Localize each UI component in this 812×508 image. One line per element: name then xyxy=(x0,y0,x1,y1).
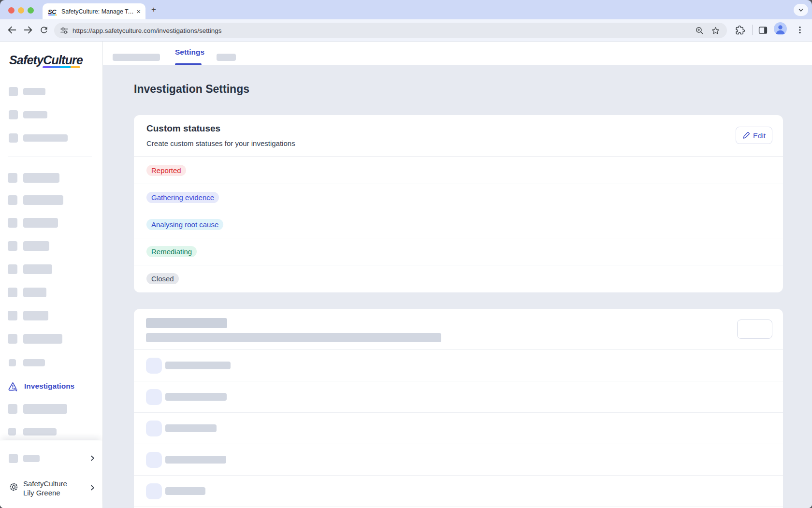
url-bar[interactable]: https://app.safetyculture.com/investigat… xyxy=(54,23,727,38)
status-badge: Analysing root cause xyxy=(146,219,223,230)
skeleton-icon xyxy=(9,110,18,119)
skeleton-icon xyxy=(9,87,18,96)
skeleton-tile xyxy=(146,483,162,499)
skeleton-bar xyxy=(23,264,52,274)
status-badge: Closed xyxy=(146,273,179,284)
skeleton-row xyxy=(134,413,783,444)
profile-avatar[interactable] xyxy=(774,22,787,35)
skeleton-tile xyxy=(146,421,162,436)
skeleton-icon xyxy=(8,428,16,435)
skeleton-row xyxy=(134,476,783,507)
chevron-right-icon[interactable] xyxy=(89,455,96,462)
sidebar-divider xyxy=(8,157,92,157)
skeleton-tab xyxy=(113,54,160,61)
person-icon xyxy=(774,22,787,35)
browser-window: SC SafetyCulture: Manage Teams and... × … xyxy=(0,0,812,508)
skeleton-icon xyxy=(8,264,17,274)
safetyculture-logo[interactable]: SafetyCulture xyxy=(9,53,83,70)
investigations-icon xyxy=(8,381,18,392)
status-row: Remediating xyxy=(134,238,783,265)
new-tab-button[interactable]: + xyxy=(151,5,156,15)
sidebar: SafetyCulture xyxy=(0,42,103,508)
skeleton-bar xyxy=(165,424,217,432)
skeleton-bar xyxy=(23,241,49,251)
window-close-button[interactable] xyxy=(8,7,14,14)
site-info-icon[interactable] xyxy=(60,26,69,35)
skeleton-icon xyxy=(8,241,17,251)
tab-title: SafetyCulture: Manage Teams and... xyxy=(61,8,135,15)
skeleton-bar xyxy=(23,311,48,320)
skeleton-bar xyxy=(165,456,226,464)
skeleton-bar xyxy=(23,218,58,228)
chevron-right-icon[interactable] xyxy=(89,484,96,491)
skeleton-icon xyxy=(8,218,17,228)
reload-icon xyxy=(39,25,49,35)
skeleton-row xyxy=(134,350,783,381)
org-settings-button[interactable] xyxy=(9,482,19,492)
skeleton-row-list xyxy=(134,350,783,507)
card-subtitle: Create custom statuses for your investig… xyxy=(146,139,295,147)
url-text[interactable]: https://app.safetyculture.com/investigat… xyxy=(72,27,695,34)
skeleton-icon xyxy=(8,288,17,297)
edit-button[interactable]: Edit xyxy=(736,127,772,144)
skeleton-icon xyxy=(9,359,16,366)
chevron-down-icon xyxy=(798,7,804,13)
bookmark-star-icon[interactable] xyxy=(711,26,720,35)
window-minimize-button[interactable] xyxy=(18,7,24,14)
toolbar-divider xyxy=(752,25,753,35)
org-name: SafetyCulture xyxy=(23,479,67,488)
skeleton-bar xyxy=(23,88,45,95)
sidebar-item-investigations[interactable]: Investigations xyxy=(8,380,95,392)
skeleton-bar xyxy=(23,334,62,344)
active-tab-indicator xyxy=(175,63,202,65)
page-content: Investigation Settings Custom statuses C… xyxy=(103,65,812,508)
status-badge: Remediating xyxy=(146,246,197,257)
skeleton-tile xyxy=(146,452,162,468)
skeleton-bar xyxy=(23,428,57,435)
loading-action-button xyxy=(737,319,772,339)
pencil-icon xyxy=(742,131,750,139)
safetyculture-app: SafetyCulture xyxy=(0,42,812,508)
three-dot-menu-icon xyxy=(796,26,804,34)
skeleton-tab xyxy=(217,54,236,61)
skeleton-bar xyxy=(23,404,67,414)
user-name: Lily Greene xyxy=(23,488,67,497)
status-row: Analysing root cause xyxy=(134,211,783,238)
forward-button[interactable] xyxy=(22,24,34,36)
skeleton-row xyxy=(134,381,783,413)
gear-icon xyxy=(9,482,19,492)
forward-arrow-icon xyxy=(23,25,33,35)
side-panel-button[interactable] xyxy=(756,24,769,36)
puzzle-icon xyxy=(735,25,745,35)
page-tab-bar: Settings xyxy=(103,42,812,65)
browser-tab[interactable]: SC SafetyCulture: Manage Teams and... × xyxy=(43,3,145,19)
org-switcher[interactable]: SafetyCulture Lily Greene xyxy=(23,479,67,497)
tab-settings[interactable]: Settings xyxy=(175,48,204,57)
status-badge: Reported xyxy=(146,165,186,176)
back-button[interactable] xyxy=(6,24,18,36)
status-list: ReportedGathering evidenceAnalysing root… xyxy=(134,157,783,292)
reload-button[interactable] xyxy=(38,24,50,36)
skeleton-bar xyxy=(23,173,59,183)
zoom-icon[interactable] xyxy=(695,26,704,35)
skeleton-tile xyxy=(146,358,162,374)
skeleton-bar xyxy=(165,362,231,369)
extensions-button[interactable] xyxy=(734,24,746,36)
skeleton-bar xyxy=(23,195,63,205)
skeleton-bar xyxy=(23,111,47,118)
status-row: Gathering evidence xyxy=(134,184,783,211)
tab-search-button[interactable] xyxy=(794,4,808,16)
window-zoom-button[interactable] xyxy=(28,7,34,14)
safetyculture-favicon-icon: SC xyxy=(48,7,58,15)
investigations-label: Investigations xyxy=(24,382,74,391)
status-row: Reported xyxy=(134,157,783,184)
loading-card xyxy=(134,309,783,508)
tab-close-icon[interactable]: × xyxy=(135,8,142,15)
skeleton-bar xyxy=(165,487,205,495)
edit-button-label: Edit xyxy=(753,131,766,140)
logo-text-culture: Culture xyxy=(43,53,83,67)
custom-statuses-card: Custom statuses Create custom statuses f… xyxy=(134,115,783,292)
browser-menu-button[interactable] xyxy=(794,24,806,36)
skeleton-icon xyxy=(8,173,17,183)
skeleton-bar xyxy=(23,134,68,142)
